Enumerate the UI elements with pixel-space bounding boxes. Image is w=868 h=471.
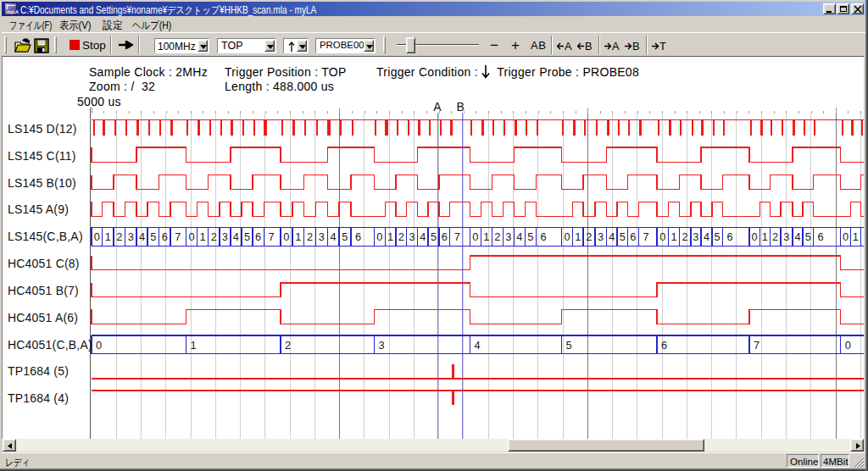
svg-text:4: 4 xyxy=(516,230,522,243)
svg-text:1: 1 xyxy=(853,230,859,243)
svg-text:1: 1 xyxy=(387,230,393,243)
svg-text:2: 2 xyxy=(772,230,778,243)
svg-text:LS145 D(12): LS145 D(12) xyxy=(8,122,77,136)
svg-text:6: 6 xyxy=(630,230,636,243)
svg-text:2: 2 xyxy=(494,230,500,243)
svg-text:HC4051 B(7): HC4051 B(7) xyxy=(8,284,79,297)
svg-text:4: 4 xyxy=(474,339,480,352)
svg-text:4: 4 xyxy=(331,230,337,243)
svg-text:5: 5 xyxy=(244,230,250,243)
svg-text:LS145 B(10): LS145 B(10) xyxy=(8,176,76,190)
svg-text:5: 5 xyxy=(805,230,811,243)
svg-text:1: 1 xyxy=(295,230,301,243)
svg-text:4: 4 xyxy=(139,230,145,243)
svg-text:7: 7 xyxy=(175,230,181,243)
svg-text:3: 3 xyxy=(783,230,789,243)
svg-text:6: 6 xyxy=(726,230,732,243)
svg-text:5: 5 xyxy=(431,230,437,243)
svg-text:0: 0 xyxy=(94,230,100,243)
svg-text:0: 0 xyxy=(189,230,195,243)
svg-text:3: 3 xyxy=(598,230,604,243)
svg-text:1: 1 xyxy=(670,230,676,243)
svg-text:2: 2 xyxy=(116,230,122,243)
svg-text:3: 3 xyxy=(222,230,228,243)
svg-text:5: 5 xyxy=(150,230,156,243)
svg-text:LS145 A(9): LS145 A(9) xyxy=(8,202,69,216)
svg-text:0: 0 xyxy=(659,230,665,243)
svg-text:4: 4 xyxy=(233,230,239,243)
svg-text:1: 1 xyxy=(483,230,489,243)
svg-text:2: 2 xyxy=(398,230,404,243)
svg-text:5: 5 xyxy=(714,230,720,243)
svg-text:4: 4 xyxy=(609,230,615,243)
svg-text:6: 6 xyxy=(442,230,448,243)
svg-text:2: 2 xyxy=(285,339,291,352)
svg-text:6: 6 xyxy=(255,230,261,243)
svg-text:0: 0 xyxy=(565,230,570,243)
svg-text:1: 1 xyxy=(200,230,206,243)
svg-text:7: 7 xyxy=(268,230,274,243)
svg-text:2: 2 xyxy=(586,230,592,243)
svg-text:HC4051 A(6): HC4051 A(6) xyxy=(8,311,78,324)
svg-text:3: 3 xyxy=(409,230,415,243)
svg-text:2: 2 xyxy=(307,230,313,243)
svg-text:1: 1 xyxy=(575,230,581,243)
svg-text:2: 2 xyxy=(211,230,217,243)
svg-text:6: 6 xyxy=(355,230,361,243)
svg-text:1: 1 xyxy=(105,230,111,243)
svg-text:6: 6 xyxy=(661,339,667,352)
svg-text:B: B xyxy=(457,100,465,114)
svg-text:3: 3 xyxy=(319,230,325,243)
svg-text:3: 3 xyxy=(128,230,134,243)
svg-text:3: 3 xyxy=(693,230,698,243)
svg-text:4: 4 xyxy=(420,230,426,243)
svg-text:HC4051(C,B,A): HC4051(C,B,A) xyxy=(8,338,92,352)
svg-text:0: 0 xyxy=(751,230,757,243)
svg-text:7: 7 xyxy=(454,230,460,243)
svg-text:A: A xyxy=(433,100,442,114)
svg-text:6: 6 xyxy=(818,230,824,243)
svg-text:TP1684 (5): TP1684 (5) xyxy=(8,364,69,378)
svg-text:0: 0 xyxy=(845,339,851,352)
svg-text:2: 2 xyxy=(682,230,688,243)
svg-text:6: 6 xyxy=(540,230,546,243)
svg-text:1: 1 xyxy=(762,230,768,243)
svg-text:0: 0 xyxy=(96,339,102,352)
svg-text:7: 7 xyxy=(754,339,760,352)
svg-text:TP1684 (4): TP1684 (4) xyxy=(8,391,69,405)
svg-text:0: 0 xyxy=(283,230,289,243)
svg-text:HC4051 C(8): HC4051 C(8) xyxy=(8,257,80,270)
svg-text:0: 0 xyxy=(843,230,849,243)
svg-text:LS145(C,B,A): LS145(C,B,A) xyxy=(8,230,83,243)
svg-text:5: 5 xyxy=(527,230,533,243)
svg-text:0: 0 xyxy=(472,230,478,243)
svg-text:4: 4 xyxy=(704,230,709,243)
svg-text:6: 6 xyxy=(162,230,168,243)
svg-text:5: 5 xyxy=(620,230,626,243)
svg-text:7: 7 xyxy=(643,230,649,243)
svg-text:1: 1 xyxy=(191,339,197,352)
svg-text:5: 5 xyxy=(342,230,348,243)
svg-text:3: 3 xyxy=(379,339,385,352)
svg-text:4: 4 xyxy=(794,230,800,243)
svg-text:3: 3 xyxy=(505,230,511,243)
svg-text:LS145 C(11): LS145 C(11) xyxy=(8,149,76,163)
svg-text:0: 0 xyxy=(376,230,382,243)
svg-text:5: 5 xyxy=(566,339,572,352)
